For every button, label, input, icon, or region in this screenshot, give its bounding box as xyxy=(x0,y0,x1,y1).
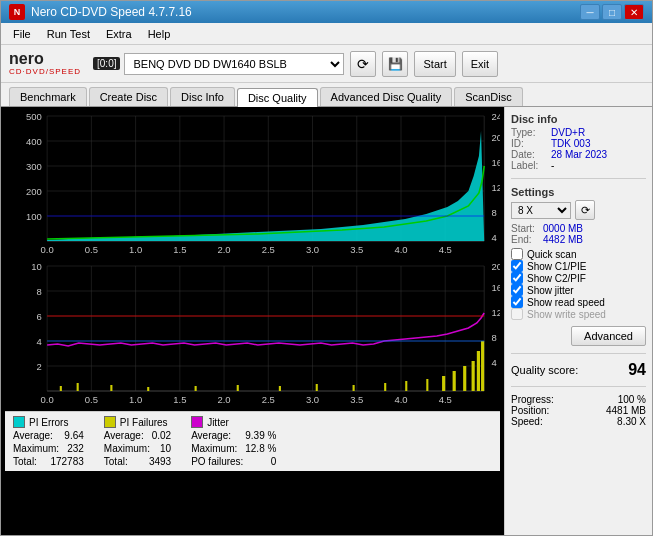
tab-advanced-disc-quality[interactable]: Advanced Disc Quality xyxy=(320,87,453,106)
svg-text:4.5: 4.5 xyxy=(439,395,452,405)
svg-rect-86 xyxy=(316,384,318,391)
legend-area: PI Errors Average: 9.64 Maximum: 232 Tot… xyxy=(5,411,500,471)
pi-errors-max-value: 232 xyxy=(67,443,84,454)
svg-text:2.0: 2.0 xyxy=(217,245,230,255)
svg-text:4.5: 4.5 xyxy=(439,245,452,255)
refresh-button[interactable]: ⟳ xyxy=(350,51,376,77)
maximize-button[interactable]: □ xyxy=(602,4,622,20)
speed-select[interactable]: 8 X xyxy=(511,202,571,219)
pi-errors-avg-value: 9.64 xyxy=(64,430,83,441)
menu-extra[interactable]: Extra xyxy=(98,26,140,42)
show-read-speed-checkbox[interactable] xyxy=(511,296,523,308)
tab-disc-info[interactable]: Disc Info xyxy=(170,87,235,106)
tab-benchmark[interactable]: Benchmark xyxy=(9,87,87,106)
title-buttons: ─ □ ✕ xyxy=(580,4,644,20)
refresh-icon: ⟳ xyxy=(357,56,369,72)
drive-dropdown[interactable]: BENQ DVD DD DW1640 BSLB xyxy=(124,53,344,75)
top-chart: 500 400 300 200 100 24 20 16 12 8 4 0.0 … xyxy=(5,111,500,259)
svg-text:2.0: 2.0 xyxy=(217,395,230,405)
menu-help[interactable]: Help xyxy=(140,26,179,42)
svg-rect-92 xyxy=(453,371,456,391)
svg-text:100: 100 xyxy=(26,212,42,222)
jitter-max-label: Maximum: xyxy=(191,443,237,454)
speed-label: Speed: xyxy=(511,416,543,427)
svg-text:12: 12 xyxy=(492,308,500,318)
show-c2pif-label: Show C2/PIF xyxy=(527,273,586,284)
jitter-avg-label: Average: xyxy=(191,430,231,441)
svg-rect-90 xyxy=(426,379,428,391)
svg-rect-94 xyxy=(472,361,475,391)
end-label: End: xyxy=(511,234,539,245)
quality-score-row: Quality score: 94 xyxy=(511,361,646,379)
progress-section: Progress: 100 % Position: 4481 MB Speed:… xyxy=(511,394,646,427)
show-read-speed-label: Show read speed xyxy=(527,297,605,308)
close-button[interactable]: ✕ xyxy=(624,4,644,20)
svg-text:300: 300 xyxy=(26,162,42,172)
legend-jitter: Jitter Average: 9.39 % Maximum: 12.8 % P… xyxy=(191,416,276,467)
type-label: Type: xyxy=(511,127,547,138)
jitter-max-value: 12.8 % xyxy=(245,443,276,454)
tab-disc-quality[interactable]: Disc Quality xyxy=(237,88,318,107)
svg-text:1.0: 1.0 xyxy=(129,245,142,255)
menu-run-test[interactable]: Run Test xyxy=(39,26,98,42)
jitter-po-label: PO failures: xyxy=(191,456,243,467)
save-icon: 💾 xyxy=(388,57,403,71)
disc-info-title: Disc info xyxy=(511,113,646,125)
svg-text:400: 400 xyxy=(26,137,42,147)
svg-text:12: 12 xyxy=(492,183,500,193)
menu-file[interactable]: File xyxy=(5,26,39,42)
show-write-speed-checkbox[interactable] xyxy=(511,308,523,320)
show-jitter-checkbox[interactable] xyxy=(511,284,523,296)
settings-refresh-button[interactable]: ⟳ xyxy=(575,200,595,220)
show-c1pie-checkbox[interactable] xyxy=(511,260,523,272)
svg-text:500: 500 xyxy=(26,112,42,122)
disc-info-section: Disc info Type: DVD+R ID: TDK 003 Date: … xyxy=(511,113,646,171)
svg-rect-89 xyxy=(405,381,407,391)
advanced-button[interactable]: Advanced xyxy=(571,326,646,346)
svg-rect-81 xyxy=(110,385,112,391)
quick-scan-label: Quick scan xyxy=(527,249,576,260)
drive-select-area: [0:0] BENQ DVD DD DW1640 BSLB xyxy=(93,53,344,75)
svg-text:0.5: 0.5 xyxy=(85,245,98,255)
tab-scan-disc[interactable]: ScanDisc xyxy=(454,87,522,106)
svg-text:1.0: 1.0 xyxy=(129,395,142,405)
disc-label-value: - xyxy=(551,160,554,171)
show-jitter-label: Show jitter xyxy=(527,285,574,296)
svg-text:0.0: 0.0 xyxy=(41,245,54,255)
jitter-color xyxy=(191,416,203,428)
window-title: Nero CD-DVD Speed 4.7.7.16 xyxy=(31,5,192,19)
show-c2pif-checkbox[interactable] xyxy=(511,272,523,284)
pi-failures-avg-value: 0.02 xyxy=(152,430,171,441)
save-button[interactable]: 💾 xyxy=(382,51,408,77)
svg-text:3.0: 3.0 xyxy=(306,245,319,255)
svg-text:8: 8 xyxy=(492,333,497,343)
exit-button[interactable]: Exit xyxy=(462,51,498,77)
minimize-button[interactable]: ─ xyxy=(580,4,600,20)
svg-text:0.5: 0.5 xyxy=(85,395,98,405)
svg-text:20: 20 xyxy=(492,262,500,272)
drive-badge: [0:0] xyxy=(93,57,120,70)
bottom-chart-svg: 10 8 6 4 2 20 16 12 8 4 0.0 0.5 1.0 1.5 xyxy=(5,261,500,409)
svg-text:0.0: 0.0 xyxy=(41,395,54,405)
divider-3 xyxy=(511,386,646,387)
position-value: 4481 MB xyxy=(606,405,646,416)
svg-rect-95 xyxy=(477,351,480,391)
main-window: N Nero CD-DVD Speed 4.7.7.16 ─ □ ✕ File … xyxy=(0,0,653,536)
jitter-label: Jitter xyxy=(207,417,229,428)
bottom-chart: 10 8 6 4 2 20 16 12 8 4 0.0 0.5 1.0 1.5 xyxy=(5,261,500,409)
date-value: 28 Mar 2023 xyxy=(551,149,607,160)
jitter-po-value: 0 xyxy=(271,456,277,467)
svg-text:10: 10 xyxy=(31,262,42,272)
svg-rect-80 xyxy=(77,383,79,391)
quick-scan-checkbox[interactable] xyxy=(511,248,523,260)
legend-pi-errors: PI Errors Average: 9.64 Maximum: 232 Tot… xyxy=(13,416,84,467)
start-button[interactable]: Start xyxy=(414,51,455,77)
pi-errors-total-label: Total: xyxy=(13,456,37,467)
jitter-avg-value: 9.39 % xyxy=(245,430,276,441)
tab-create-disc[interactable]: Create Disc xyxy=(89,87,168,106)
pi-errors-label: PI Errors xyxy=(29,417,68,428)
svg-rect-96 xyxy=(481,341,484,391)
svg-text:2.5: 2.5 xyxy=(262,395,275,405)
svg-rect-84 xyxy=(237,385,239,391)
svg-text:4: 4 xyxy=(37,337,42,347)
